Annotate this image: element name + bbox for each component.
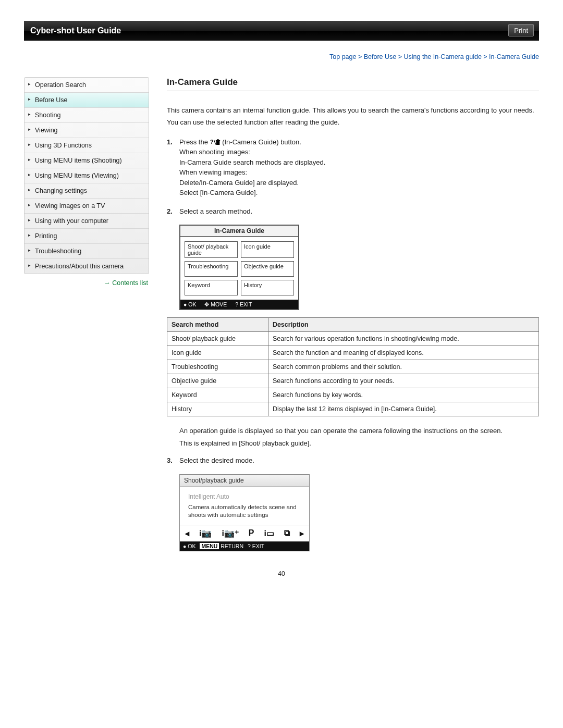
- table-row: Shoot/ playback guideSearch for various …: [167, 332, 539, 346]
- step-number: 3.: [167, 455, 173, 466]
- table-row: Objective guideSearch functions accordin…: [167, 374, 539, 388]
- step-1-l6: Select [In-Camera Guide].: [179, 188, 539, 198]
- ui1-bottom-bar: ● OK ✥ MOVE ? EXIT: [180, 300, 298, 309]
- sidebar-item-label: Using MENU items (Viewing): [35, 172, 119, 179]
- sidebar-item-menu-viewing[interactable]: Using MENU items (Viewing): [25, 168, 149, 183]
- search-method-table: Search method Description Shoot/ playbac…: [167, 317, 539, 416]
- ui1-cell: Objective guide: [241, 261, 294, 277]
- sidebar-item-label: Printing: [35, 232, 57, 240]
- title-divider: [167, 91, 539, 91]
- contents-link-row: Contents list: [24, 274, 149, 292]
- step-number: 2.: [167, 206, 173, 217]
- table-head-method: Search method: [167, 318, 268, 332]
- sidebar-item-label: Shooting: [35, 112, 60, 119]
- svg-rect-3: [215, 140, 219, 141]
- table-cell: Search functions by key words.: [268, 388, 538, 402]
- ui1-cell: History: [241, 280, 294, 295]
- sidebar-item-computer[interactable]: Using with your computer: [25, 214, 149, 229]
- table-cell: Keyword: [167, 388, 268, 402]
- page-number: 40: [24, 570, 539, 577]
- sidebar-item-menu-shooting[interactable]: Using MENU items (Shooting): [25, 153, 149, 168]
- svg-line-1: [214, 140, 215, 144]
- sidebar-item-precautions[interactable]: Precautions/About this camera: [25, 259, 149, 274]
- main-content: In-Camera Guide This camera contains an …: [149, 77, 539, 557]
- sidebar-item-label: Using 3D Functions: [35, 142, 92, 149]
- sidebar-item-operation-search[interactable]: Operation Search: [25, 78, 149, 93]
- contents-list-link[interactable]: Contents list: [104, 279, 148, 287]
- header-bar: Cyber-shot User Guide Print: [24, 21, 539, 41]
- step-1: 1. Press the ? (In-Camera Guide) button.…: [167, 137, 539, 198]
- ui1-cell: Icon guide: [241, 241, 294, 258]
- table-cell: Search the function and meaning of displ…: [268, 346, 538, 360]
- step-1-line-b: (In-Camera Guide) button.: [222, 138, 301, 146]
- svg-text:?: ?: [210, 139, 214, 145]
- print-button[interactable]: Print: [508, 24, 534, 36]
- step-3: 3. Select the desired mode.: [167, 455, 539, 466]
- table-row: Icon guideSearch the function and meanin…: [167, 346, 539, 360]
- extra-p2: This is explained in [Shoot/ playback gu…: [179, 438, 539, 449]
- table-cell: Display the last 12 items displayed in […: [268, 402, 538, 416]
- sidebar-item-troubleshooting[interactable]: Troubleshooting: [25, 244, 149, 259]
- table-cell: Search common problems and their solutio…: [268, 360, 538, 374]
- sidebar-item-shooting[interactable]: Shooting: [25, 108, 149, 123]
- ui1-cell: Shoot/ playback guide: [185, 241, 238, 258]
- sidebar-list: Operation Search Before Use Shooting Vie…: [25, 78, 149, 274]
- sidebar-item-label: Viewing: [35, 127, 58, 134]
- sidebar-item-tv-viewing[interactable]: Viewing images on a TV: [25, 199, 149, 214]
- ui2-mode-title: Intelligent Auto: [188, 493, 301, 500]
- sidebar-item-printing[interactable]: Printing: [25, 229, 149, 244]
- intro-p1: This camera contains an internal functio…: [167, 106, 539, 116]
- mode-icon: i▭: [264, 528, 274, 538]
- sidebar-item-label: Operation Search: [35, 81, 86, 89]
- table-row: KeywordSearch functions by key words.: [167, 388, 539, 402]
- sidebar-item-label: Precautions/About this camera: [35, 263, 124, 270]
- table-cell: Icon guide: [167, 346, 268, 360]
- ui1-grid: Shoot/ playback guide Icon guide Trouble…: [180, 237, 298, 300]
- ui1-ok-label: ● OK: [183, 301, 196, 307]
- ui2-ok: ● OK: [183, 543, 195, 549]
- chevron-right-icon: ▸: [300, 528, 304, 538]
- page-title: In-Camera Guide: [167, 77, 539, 88]
- sidebar-item-before-use[interactable]: Before Use: [25, 93, 149, 108]
- table-row: HistoryDisplay the last 12 items display…: [167, 402, 539, 416]
- ui2-body: Intelligent Auto Camera automatically de…: [180, 487, 309, 525]
- ui1-move-label: ✥ MOVE: [204, 301, 227, 307]
- step-3-text: Select the desired mode.: [179, 456, 254, 464]
- mode-icon: ⧉: [284, 528, 290, 538]
- step-1-l5: Delete/In-Camera Guide] are displayed.: [179, 178, 539, 188]
- sidebar: Operation Search Before Use Shooting Vie…: [24, 77, 149, 274]
- ui2-menu: MENU RETURN: [200, 543, 243, 549]
- svg-rect-2: [216, 141, 219, 145]
- ui2-mode-desc: Camera automatically detects scene and s…: [188, 503, 301, 520]
- breadcrumb[interactable]: Top page > Before Use > Using the In-Cam…: [24, 53, 539, 60]
- table-head-description: Description: [268, 318, 538, 332]
- step-2-text: Select a search method.: [179, 207, 252, 215]
- step-1-line-a: Press the: [179, 138, 210, 146]
- intro-block: This camera contains an internal functio…: [167, 106, 539, 128]
- sidebar-item-label: Using with your computer: [35, 217, 108, 225]
- step-number: 1.: [167, 137, 173, 147]
- sidebar-item-label: Changing settings: [35, 187, 87, 194]
- sidebar-item-viewing[interactable]: Viewing: [25, 123, 149, 138]
- sidebar-item-changing-settings[interactable]: Changing settings: [25, 183, 149, 199]
- camera-ui-screenshot-1: In-Camera Guide Shoot/ playback guide Ic…: [179, 225, 299, 310]
- question-trash-icon: ?: [210, 139, 221, 146]
- ui2-header: Shoot/playback guide: [180, 475, 309, 487]
- ui2-footer: ● OK MENU RETURN ? EXIT: [180, 541, 309, 551]
- svg-rect-4: [217, 139, 218, 140]
- step-1-l3: In-Camera Guide search methods are displ…: [179, 157, 539, 168]
- extra-p1: An operation guide is displayed so that …: [179, 426, 539, 436]
- table-cell: Search for various operation functions i…: [268, 332, 538, 346]
- ui1-exit-label: ? EXIT: [235, 301, 252, 307]
- sidebar-item-label: Using MENU items (Shooting): [35, 157, 122, 164]
- sidebar-item-label: Troubleshooting: [35, 248, 81, 255]
- ui2-mode-icons: ◂ i📷 i📷⁺ P i▭ ⧉ ▸: [180, 525, 309, 541]
- breadcrumb-text[interactable]: Top page > Before Use > Using the In-Cam…: [329, 53, 539, 60]
- mode-icon: i📷: [199, 528, 212, 538]
- mode-icon: i📷⁺: [222, 528, 238, 538]
- ui1-title: In-Camera Guide: [180, 226, 298, 237]
- header-title: Cyber-shot User Guide: [24, 21, 539, 41]
- sidebar-item-3d-functions[interactable]: Using 3D Functions: [25, 138, 149, 153]
- intro-p2: You can use the selected function after …: [167, 118, 539, 128]
- camera-ui-screenshot-2: Shoot/playback guide Intelligent Auto Ca…: [179, 474, 310, 551]
